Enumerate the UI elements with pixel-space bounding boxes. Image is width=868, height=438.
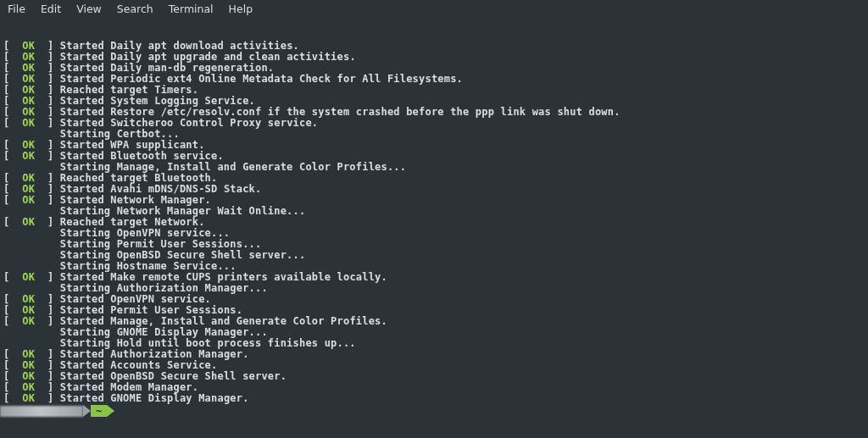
- boot-log-message: Started Accounts Service.: [60, 359, 218, 371]
- prompt-separator-icon: [83, 405, 91, 417]
- menu-item-file[interactable]: File: [0, 2, 33, 16]
- boot-log-message: Started GNOME Display Manager.: [60, 392, 249, 404]
- status-ok: OK: [22, 194, 35, 206]
- menu-item-search[interactable]: Search: [109, 2, 161, 16]
- status-ok: OK: [22, 183, 35, 195]
- boot-log-message: Started Manage, Install and Generate Col…: [60, 315, 387, 327]
- boot-log-message: Started System Logging Service.: [60, 95, 255, 107]
- menu-item-terminal[interactable]: Terminal: [161, 2, 221, 16]
- boot-log-message: Started Bluetooth service.: [60, 150, 224, 162]
- status-ok: OK: [22, 95, 35, 107]
- boot-log-message: Started Authorization Manager.: [60, 348, 249, 360]
- boot-log-message: Started Make remote CUPS printers availa…: [60, 271, 387, 283]
- status-ok: OK: [22, 73, 35, 85]
- status-ok: OK: [22, 359, 35, 371]
- status-ok: OK: [22, 348, 35, 360]
- status-ok: OK: [22, 370, 35, 382]
- status-ok: OK: [22, 172, 35, 184]
- boot-log-line: [ OK ] Started GNOME Display Manager.: [3, 393, 865, 404]
- boot-log-message: Started WPA supplicant.: [60, 139, 205, 151]
- boot-log-message: Started Restore /etc/resolv.conf if the …: [60, 106, 620, 118]
- boot-log-message: Started Switcheroo Control Proxy service…: [60, 117, 318, 129]
- boot-log-message: Started OpenBSD Secure Shell server.: [60, 370, 287, 382]
- boot-log-message: Starting Manage, Install and Generate Co…: [60, 161, 406, 173]
- boot-log-message: Started Daily man-db regeneration.: [60, 62, 274, 74]
- status-ok: OK: [22, 150, 35, 162]
- boot-log-message: Starting Hold until boot process finishe…: [60, 337, 356, 349]
- menu-item-edit[interactable]: Edit: [33, 2, 69, 16]
- status-ok: OK: [22, 304, 35, 316]
- boot-log-message: Started OpenVPN service.: [60, 293, 211, 305]
- status-ok: OK: [22, 315, 35, 327]
- menu-item-help[interactable]: Help: [221, 2, 261, 16]
- menu-item-view[interactable]: View: [69, 2, 109, 16]
- boot-log-message: Starting Certbot...: [60, 128, 180, 140]
- status-ok: OK: [22, 117, 35, 129]
- boot-log-message: Started Daily apt download activities.: [60, 40, 299, 52]
- status-ok: OK: [22, 381, 35, 393]
- boot-log-message: Starting OpenBSD Secure Shell server...: [60, 249, 306, 261]
- prompt-end-icon: [107, 405, 114, 417]
- boot-log-message: Starting Authorization Manager...: [60, 282, 268, 294]
- status-ok: OK: [22, 40, 35, 52]
- status-ok: OK: [22, 51, 35, 63]
- shell-prompt[interactable]: ~: [0, 405, 868, 417]
- terminal-output: [ OK ] Started Daily apt download activi…: [0, 19, 868, 404]
- boot-log-message: Started Daily apt upgrade and clean acti…: [60, 51, 356, 63]
- status-ok: OK: [22, 216, 35, 228]
- prompt-path-segment: ~: [91, 405, 107, 417]
- status-ok: OK: [22, 62, 35, 74]
- boot-log-message: Starting Hostname Service...: [60, 260, 236, 272]
- boot-log-message: Starting Network Manager Wait Online...: [60, 205, 306, 217]
- status-ok: OK: [22, 293, 35, 305]
- boot-log-message: Starting GNOME Display Manager...: [60, 326, 268, 338]
- boot-log-message: Started Network Manager.: [60, 194, 211, 206]
- status-ok: OK: [22, 106, 35, 118]
- boot-log-message: Reached target Bluetooth.: [60, 172, 218, 184]
- status-ok: OK: [22, 271, 35, 283]
- boot-log-message: Reached target Network.: [60, 216, 205, 228]
- status-ok: OK: [22, 84, 35, 96]
- status-ok: OK: [22, 139, 35, 151]
- boot-log-message: Started Avahi mDNS/DNS-SD Stack.: [60, 183, 262, 195]
- status-ok: OK: [22, 392, 35, 404]
- boot-log-message: Starting Permit User Sessions...: [60, 238, 262, 250]
- prompt-user-segment: [0, 406, 83, 417]
- boot-log-message: Reached target Timers.: [60, 84, 198, 96]
- boot-log-message: Starting OpenVPN service...: [60, 227, 230, 239]
- boot-log-message: Started Permit User Sessions.: [60, 304, 242, 316]
- boot-log-message: Started Modem Manager.: [60, 381, 198, 393]
- menu-bar: FileEditViewSearchTerminalHelp: [0, 0, 868, 19]
- boot-log-message: Started Periodic ext4 Online Metadata Ch…: [60, 73, 463, 85]
